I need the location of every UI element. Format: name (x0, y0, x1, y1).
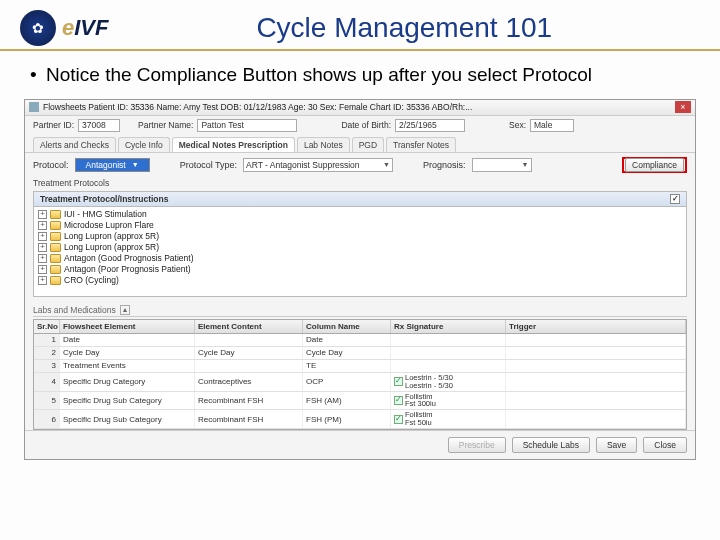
chevron-down-icon: ▼ (522, 161, 529, 168)
logo: eIVF (20, 10, 108, 46)
tree-item[interactable]: +Antagon (Poor Prognosis Patient) (38, 264, 682, 275)
logo-icon (20, 10, 56, 46)
chevron-down-icon: ▼ (132, 161, 139, 168)
tree-item[interactable]: +CRO (Cycling) (38, 275, 682, 286)
tab-medical-notes[interactable]: Medical Notes Prescription (172, 137, 295, 152)
folder-icon (50, 276, 61, 285)
collapse-icon[interactable]: ▴ (120, 305, 130, 315)
prescribe-button[interactable]: Prescribe (448, 437, 506, 453)
tree-label: Long Lupron (approx 5R) (64, 242, 159, 252)
chevron-down-icon: ▼ (383, 161, 390, 168)
table-row[interactable]: 1DateDate (34, 334, 686, 347)
partner-name-label: Partner Name: (138, 120, 193, 130)
tree-item[interactable]: +Antagon (Good Prognosis Patient) (38, 253, 682, 264)
sex-label: Sex: (509, 120, 526, 130)
table-row[interactable]: 5Specific Drug Sub CategoryRecombinant F… (34, 392, 686, 411)
col-column-name: Column Name (303, 320, 391, 333)
protocol-row: Protocol: Antagonist▼ Protocol Type: ART… (25, 153, 695, 177)
table-row[interactable]: 6Specific Drug Sub CategoryRecombinant F… (34, 410, 686, 429)
tab-pgd[interactable]: PGD (352, 137, 384, 152)
table-row[interactable]: 4Specific Drug CategoryContraceptivesOCP… (34, 373, 686, 392)
rx-check-icon (394, 415, 403, 424)
col-element-content: Element Content (195, 320, 303, 333)
window-icon (29, 102, 39, 112)
tree-label: CRO (Cycling) (64, 275, 119, 285)
table-row[interactable]: 3Treatment EventsTE (34, 360, 686, 373)
expand-icon[interactable]: + (38, 254, 47, 263)
folder-icon (50, 210, 61, 219)
page-title: Cycle Management 101 (108, 12, 700, 44)
table-row[interactable]: 2Cycle DayCycle DayCycle Day (34, 347, 686, 360)
partner-name-field[interactable]: Patton Test (197, 119, 297, 132)
col-srno: Sr.No (34, 320, 60, 333)
dob-label: Date of Birth: (341, 120, 391, 130)
expand-icon[interactable]: + (38, 265, 47, 274)
rx-check-icon (394, 396, 403, 405)
logo-ivf: IVF (74, 15, 108, 40)
dob-field[interactable]: 2/25/1965 (395, 119, 465, 132)
treatment-header-text: Treatment Protocol/Instructions (40, 194, 168, 204)
protocol-type-dropdown[interactable]: ART - Antagonist Suppression▼ (243, 158, 393, 172)
tree-item[interactable]: +Long Lupron (approx 5R) (38, 242, 682, 253)
tree-label: Microdose Lupron Flare (64, 220, 154, 230)
protocol-label: Protocol: (33, 160, 69, 170)
labs-section-header: Labs and Medications ▴ (33, 305, 687, 317)
window-title: Flowsheets Patient ID: 35336 Name: Amy T… (43, 102, 675, 112)
folder-icon (50, 243, 61, 252)
expand-icon[interactable]: + (38, 210, 47, 219)
labs-header-text: Labs and Medications (33, 305, 116, 315)
tree-item[interactable]: +Microdose Lupron Flare (38, 220, 682, 231)
prognosis-label: Prognosis: (423, 160, 466, 170)
tab-lab-notes[interactable]: Lab Notes (297, 137, 350, 152)
tab-alerts[interactable]: Alerts and Checks (33, 137, 116, 152)
slide-bullet: •Notice the Compliance Button shows up a… (30, 63, 690, 87)
prognosis-dropdown[interactable]: ▼ (472, 158, 532, 172)
labs-grid: Sr.No Flowsheet Element Element Content … (33, 319, 687, 430)
logo-text: eIVF (62, 15, 108, 41)
col-flowsheet-element: Flowsheet Element (60, 320, 195, 333)
expand-icon[interactable]: + (38, 232, 47, 241)
protocol-type-label: Protocol Type: (180, 160, 237, 170)
treatment-checkbox[interactable]: ✓ (670, 194, 680, 204)
app-window: Flowsheets Patient ID: 35336 Name: Amy T… (24, 99, 696, 460)
expand-icon[interactable]: + (38, 276, 47, 285)
logo-e: e (62, 15, 74, 40)
compliance-button[interactable]: Compliance (625, 158, 684, 172)
schedule-labs-button[interactable]: Schedule Labs (512, 437, 590, 453)
grid-header: Sr.No Flowsheet Element Element Content … (34, 320, 686, 334)
tree-item[interactable]: +IUI - HMG Stimulation (38, 209, 682, 220)
tree-label: Long Lupron (approx 5R) (64, 231, 159, 241)
partner-row: Partner ID: 37008 Partner Name: Patton T… (25, 116, 695, 135)
treatment-panel-header: Treatment Protocol/Instructions ✓ (34, 192, 686, 207)
treatment-panel: Treatment Protocol/Instructions ✓ +IUI -… (33, 191, 687, 297)
close-button[interactable]: Close (643, 437, 687, 453)
tree-label: IUI - HMG Stimulation (64, 209, 147, 219)
close-icon[interactable]: × (675, 101, 691, 113)
expand-icon[interactable]: + (38, 243, 47, 252)
treatment-tree: +IUI - HMG Stimulation +Microdose Lupron… (34, 207, 686, 296)
tabs: Alerts and Checks Cycle Info Medical Not… (25, 135, 695, 153)
tree-label: Antagon (Poor Prognosis Patient) (64, 264, 191, 274)
footer-buttons: Prescribe Schedule Labs Save Close (25, 430, 695, 459)
tree-label: Antagon (Good Prognosis Patient) (64, 253, 193, 263)
partner-id-field[interactable]: 37008 (78, 119, 120, 132)
compliance-highlight: Compliance (622, 157, 687, 173)
protocol-dropdown[interactable]: Antagonist▼ (75, 158, 150, 172)
rx-check-icon (394, 377, 403, 386)
folder-icon (50, 254, 61, 263)
folder-icon (50, 221, 61, 230)
window-titlebar: Flowsheets Patient ID: 35336 Name: Amy T… (25, 100, 695, 116)
treatment-section-label: Treatment Protocols (25, 177, 695, 189)
expand-icon[interactable]: + (38, 221, 47, 230)
col-rx-signature: Rx Signature (391, 320, 506, 333)
partner-id-label: Partner ID: (33, 120, 74, 130)
tab-transfer-notes[interactable]: Transfer Notes (386, 137, 456, 152)
folder-icon (50, 232, 61, 241)
sex-field: Male (530, 119, 574, 132)
folder-icon (50, 265, 61, 274)
col-trigger: Trigger (506, 320, 686, 333)
save-button[interactable]: Save (596, 437, 637, 453)
tree-item[interactable]: +Long Lupron (approx 5R) (38, 231, 682, 242)
tab-cycle-info[interactable]: Cycle Info (118, 137, 170, 152)
